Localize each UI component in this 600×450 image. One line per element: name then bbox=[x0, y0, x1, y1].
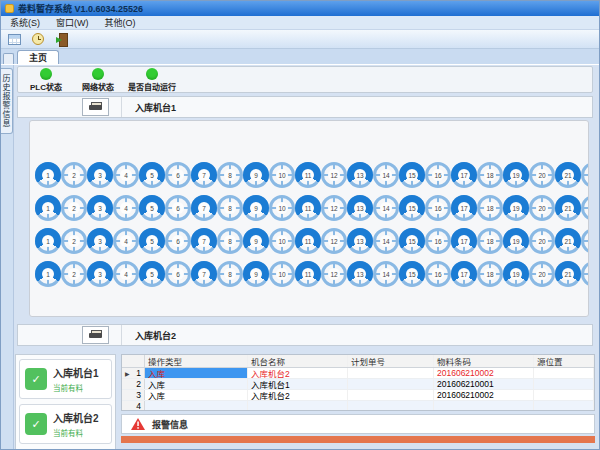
table-cell[interactable] bbox=[348, 390, 434, 400]
station-card[interactable]: ✓入库机台2当前有料 bbox=[19, 404, 112, 444]
slot-occupied[interactable]: 21 bbox=[555, 195, 581, 221]
slot-empty[interactable]: 18 bbox=[477, 195, 503, 221]
slot-occupied[interactable]: 21 bbox=[555, 261, 581, 287]
slot-empty[interactable]: 14 bbox=[373, 261, 399, 287]
slot-empty[interactable]: 2 bbox=[61, 261, 87, 287]
tab-home[interactable]: 主页 bbox=[17, 50, 59, 64]
slot-occupied[interactable]: 1 bbox=[35, 162, 61, 188]
slot-empty[interactable]: 6 bbox=[165, 228, 191, 254]
table-cell[interactable] bbox=[534, 368, 594, 378]
slot-empty[interactable]: 16 bbox=[425, 228, 451, 254]
slot-occupied[interactable]: 7 bbox=[191, 195, 217, 221]
slot-empty[interactable]: 12 bbox=[321, 228, 347, 254]
slot-occupied[interactable]: 5 bbox=[139, 195, 165, 221]
slot-empty[interactable]: 10 bbox=[269, 162, 295, 188]
machine2-print-button[interactable] bbox=[82, 326, 109, 344]
slot-empty[interactable]: 22 bbox=[581, 195, 589, 221]
tab-stub[interactable] bbox=[3, 53, 14, 64]
slot-empty[interactable]: 6 bbox=[165, 261, 191, 287]
slot-occupied[interactable]: 17 bbox=[451, 195, 477, 221]
table-cell[interactable]: 201606210002 bbox=[434, 368, 534, 378]
table-cell[interactable] bbox=[534, 379, 594, 389]
operation-table[interactable]: 操作类型机台名称计划单号物料条码源位置▶1入库入库机台2201606210002… bbox=[121, 354, 595, 411]
slot-occupied[interactable]: 11 bbox=[295, 228, 321, 254]
slot-occupied[interactable]: 7 bbox=[191, 228, 217, 254]
slot-occupied[interactable]: 13 bbox=[347, 162, 373, 188]
machine1-print-button[interactable] bbox=[82, 98, 109, 116]
slot-empty[interactable]: 6 bbox=[165, 162, 191, 188]
history-clock-button[interactable] bbox=[30, 32, 46, 47]
table-cell[interactable]: 入库 bbox=[145, 368, 248, 378]
slot-empty[interactable]: 22 bbox=[581, 162, 589, 188]
slot-empty[interactable]: 4 bbox=[113, 228, 139, 254]
slot-occupied[interactable]: 15 bbox=[399, 162, 425, 188]
table-cell[interactable]: 入库 bbox=[145, 390, 248, 400]
menu-item[interactable]: 窗口(W) bbox=[56, 16, 89, 29]
slot-empty[interactable]: 14 bbox=[373, 162, 399, 188]
slot-empty[interactable]: 18 bbox=[477, 228, 503, 254]
slot-empty[interactable]: 20 bbox=[529, 162, 555, 188]
slot-occupied[interactable]: 11 bbox=[295, 162, 321, 188]
slot-occupied[interactable]: 15 bbox=[399, 261, 425, 287]
slot-occupied[interactable]: 7 bbox=[191, 261, 217, 287]
slot-empty[interactable]: 2 bbox=[61, 162, 87, 188]
slot-occupied[interactable]: 17 bbox=[451, 162, 477, 188]
slot-occupied[interactable]: 15 bbox=[399, 195, 425, 221]
report-table-button[interactable] bbox=[6, 32, 22, 47]
slot-empty[interactable]: 18 bbox=[477, 261, 503, 287]
table-cell[interactable] bbox=[348, 401, 434, 411]
slot-occupied[interactable]: 19 bbox=[503, 162, 529, 188]
slot-empty[interactable]: 22 bbox=[581, 228, 589, 254]
table-cell[interactable] bbox=[534, 401, 594, 411]
slot-occupied[interactable]: 17 bbox=[451, 261, 477, 287]
slot-empty[interactable]: 10 bbox=[269, 195, 295, 221]
table-cell[interactable] bbox=[348, 368, 434, 378]
slot-occupied[interactable]: 11 bbox=[295, 261, 321, 287]
slot-occupied[interactable]: 19 bbox=[503, 228, 529, 254]
slot-occupied[interactable]: 9 bbox=[243, 228, 269, 254]
slot-empty[interactable]: 14 bbox=[373, 228, 399, 254]
slot-empty[interactable]: 12 bbox=[321, 162, 347, 188]
slot-empty[interactable]: 16 bbox=[425, 195, 451, 221]
slot-empty[interactable]: 2 bbox=[61, 195, 87, 221]
slot-empty[interactable]: 4 bbox=[113, 162, 139, 188]
slot-occupied[interactable]: 19 bbox=[503, 195, 529, 221]
slot-occupied[interactable]: 9 bbox=[243, 195, 269, 221]
table-cell[interactable]: 201606210002 bbox=[434, 390, 534, 400]
slot-occupied[interactable]: 15 bbox=[399, 228, 425, 254]
table-row[interactable]: 4 bbox=[122, 401, 594, 411]
slot-occupied[interactable]: 5 bbox=[139, 228, 165, 254]
slot-occupied[interactable]: 11 bbox=[295, 195, 321, 221]
slot-occupied[interactable]: 21 bbox=[555, 162, 581, 188]
slot-empty[interactable]: 10 bbox=[269, 261, 295, 287]
station-card[interactable]: ✓入库机台1当前有料 bbox=[19, 359, 112, 399]
menu-item[interactable]: 系统(S) bbox=[10, 16, 40, 29]
slot-occupied[interactable]: 5 bbox=[139, 162, 165, 188]
slot-empty[interactable]: 6 bbox=[165, 195, 191, 221]
slot-occupied[interactable]: 19 bbox=[503, 261, 529, 287]
slot-occupied[interactable]: 1 bbox=[35, 261, 61, 287]
slot-occupied[interactable]: 3 bbox=[87, 195, 113, 221]
slot-occupied[interactable]: 17 bbox=[451, 228, 477, 254]
slot-occupied[interactable]: 7 bbox=[191, 162, 217, 188]
table-cell[interactable] bbox=[248, 401, 348, 411]
slot-empty[interactable]: 22 bbox=[581, 261, 589, 287]
slot-empty[interactable]: 12 bbox=[321, 261, 347, 287]
slot-empty[interactable]: 4 bbox=[113, 261, 139, 287]
slot-empty[interactable]: 2 bbox=[61, 228, 87, 254]
slot-occupied[interactable]: 13 bbox=[347, 195, 373, 221]
slot-empty[interactable]: 8 bbox=[217, 195, 243, 221]
slot-occupied[interactable]: 1 bbox=[35, 228, 61, 254]
slot-empty[interactable]: 20 bbox=[529, 261, 555, 287]
slot-empty[interactable]: 4 bbox=[113, 195, 139, 221]
slot-empty[interactable]: 20 bbox=[529, 228, 555, 254]
slot-empty[interactable]: 8 bbox=[217, 162, 243, 188]
table-cell[interactable] bbox=[534, 390, 594, 400]
slot-empty[interactable]: 12 bbox=[321, 195, 347, 221]
slot-empty[interactable]: 8 bbox=[217, 261, 243, 287]
slot-occupied[interactable]: 1 bbox=[35, 195, 61, 221]
menu-item[interactable]: 其他(O) bbox=[105, 16, 136, 29]
slot-empty[interactable]: 16 bbox=[425, 162, 451, 188]
table-cell[interactable]: 入库 bbox=[145, 379, 248, 389]
exit-button[interactable] bbox=[54, 32, 70, 47]
